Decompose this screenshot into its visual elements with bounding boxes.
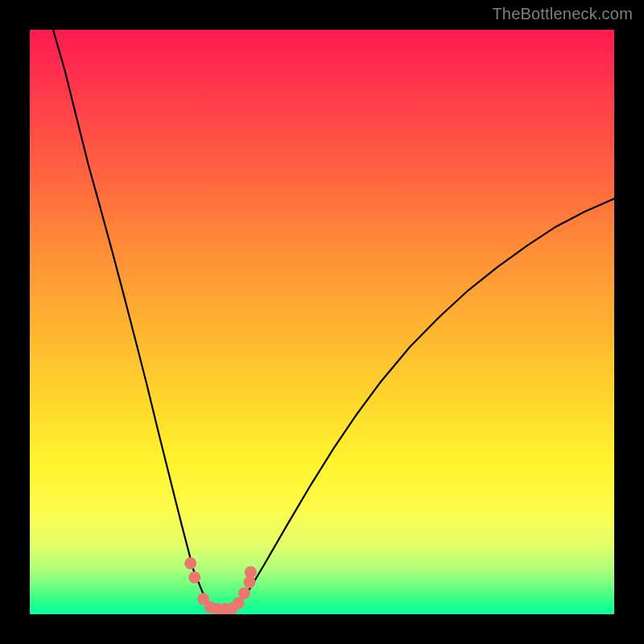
highlight-dot [238, 587, 250, 599]
highlight-dots-group [184, 557, 257, 614]
watermark-text: TheBottleneck.com [492, 5, 633, 23]
curve-group [53, 30, 614, 609]
highlight-dot [188, 572, 200, 584]
highlight-dot [245, 566, 257, 578]
left-curve [53, 30, 211, 607]
right-curve [234, 199, 614, 608]
chart-plot-area [30, 30, 614, 614]
chart-svg [30, 30, 614, 614]
chart-outer-frame: TheBottleneck.com [0, 0, 644, 644]
highlight-dot [184, 557, 196, 569]
